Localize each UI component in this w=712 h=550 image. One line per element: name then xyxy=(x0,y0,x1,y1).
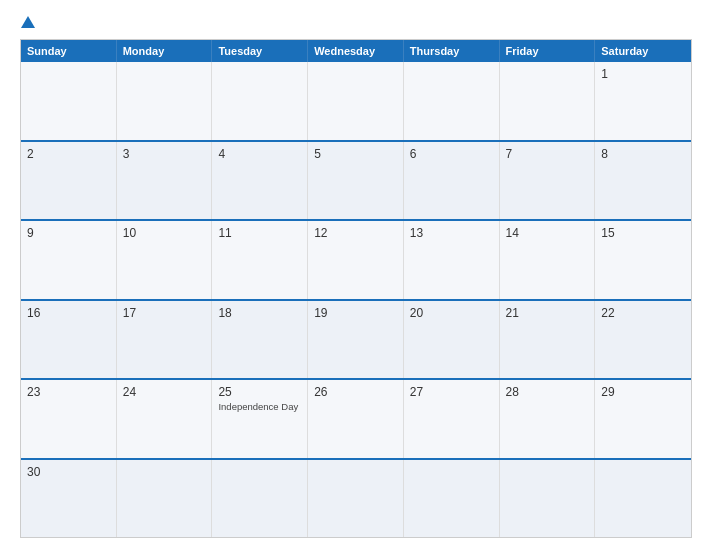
calendar-cell: 21 xyxy=(500,301,596,379)
day-number: 24 xyxy=(123,385,206,399)
day-number: 11 xyxy=(218,226,301,240)
day-header-saturday: Saturday xyxy=(595,40,691,62)
calendar-cell: 10 xyxy=(117,221,213,299)
day-number: 29 xyxy=(601,385,685,399)
calendar-cell: 20 xyxy=(404,301,500,379)
calendar-cell: 24 xyxy=(117,380,213,458)
day-number: 2 xyxy=(27,147,110,161)
calendar-cell: 25Independence Day xyxy=(212,380,308,458)
day-number: 8 xyxy=(601,147,685,161)
logo-triangle-icon xyxy=(21,16,35,28)
calendar-cell: 6 xyxy=(404,142,500,220)
day-number: 7 xyxy=(506,147,589,161)
calendar-row-2: 2345678 xyxy=(21,140,691,220)
calendar-cell xyxy=(117,460,213,538)
calendar-cell: 30 xyxy=(21,460,117,538)
calendar-row-6: 30 xyxy=(21,458,691,538)
day-number: 4 xyxy=(218,147,301,161)
calendar-cell: 1 xyxy=(595,62,691,140)
calendar-cell xyxy=(500,460,596,538)
day-header-sunday: Sunday xyxy=(21,40,117,62)
calendar-cell: 12 xyxy=(308,221,404,299)
day-number: 10 xyxy=(123,226,206,240)
day-number: 18 xyxy=(218,306,301,320)
calendar-header-row: SundayMondayTuesdayWednesdayThursdayFrid… xyxy=(21,40,691,62)
day-number: 1 xyxy=(601,67,685,81)
calendar-cell: 11 xyxy=(212,221,308,299)
calendar-cell: 4 xyxy=(212,142,308,220)
day-header-thursday: Thursday xyxy=(404,40,500,62)
calendar-cell xyxy=(212,62,308,140)
calendar-cell xyxy=(595,460,691,538)
calendar-cell xyxy=(21,62,117,140)
calendar-row-3: 9101112131415 xyxy=(21,219,691,299)
day-header-friday: Friday xyxy=(500,40,596,62)
day-number: 15 xyxy=(601,226,685,240)
calendar-cell xyxy=(117,62,213,140)
day-header-tuesday: Tuesday xyxy=(212,40,308,62)
day-number: 23 xyxy=(27,385,110,399)
day-number: 13 xyxy=(410,226,493,240)
day-number: 17 xyxy=(123,306,206,320)
calendar-cell: 19 xyxy=(308,301,404,379)
calendar-cell xyxy=(404,62,500,140)
day-number: 6 xyxy=(410,147,493,161)
calendar-cell xyxy=(500,62,596,140)
day-number: 12 xyxy=(314,226,397,240)
calendar-cell xyxy=(308,460,404,538)
event-label: Independence Day xyxy=(218,401,301,412)
calendar-cell: 17 xyxy=(117,301,213,379)
day-number: 20 xyxy=(410,306,493,320)
calendar-cell: 7 xyxy=(500,142,596,220)
day-number: 27 xyxy=(410,385,493,399)
day-number: 25 xyxy=(218,385,301,399)
calendar-cell: 8 xyxy=(595,142,691,220)
calendar-cell: 14 xyxy=(500,221,596,299)
calendar-cell: 26 xyxy=(308,380,404,458)
calendar-cell: 22 xyxy=(595,301,691,379)
calendar-cell xyxy=(404,460,500,538)
calendar-row-4: 16171819202122 xyxy=(21,299,691,379)
day-number: 30 xyxy=(27,465,110,479)
day-number: 14 xyxy=(506,226,589,240)
calendar-cell: 28 xyxy=(500,380,596,458)
calendar-cell: 13 xyxy=(404,221,500,299)
day-number: 21 xyxy=(506,306,589,320)
day-header-monday: Monday xyxy=(117,40,213,62)
calendar-body: 1234567891011121314151617181920212223242… xyxy=(21,62,691,537)
calendar-cell: 9 xyxy=(21,221,117,299)
day-number: 9 xyxy=(27,226,110,240)
day-number: 3 xyxy=(123,147,206,161)
day-number: 16 xyxy=(27,306,110,320)
calendar-grid: SundayMondayTuesdayWednesdayThursdayFrid… xyxy=(20,39,692,538)
calendar-row-5: 232425Independence Day26272829 xyxy=(21,378,691,458)
day-number: 28 xyxy=(506,385,589,399)
day-number: 26 xyxy=(314,385,397,399)
calendar-cell xyxy=(308,62,404,140)
calendar-cell xyxy=(212,460,308,538)
calendar-header xyxy=(20,16,692,29)
calendar-cell: 18 xyxy=(212,301,308,379)
calendar-cell: 29 xyxy=(595,380,691,458)
day-number: 19 xyxy=(314,306,397,320)
day-header-wednesday: Wednesday xyxy=(308,40,404,62)
calendar-row-1: 1 xyxy=(21,62,691,140)
day-number: 22 xyxy=(601,306,685,320)
calendar-cell: 2 xyxy=(21,142,117,220)
calendar-cell: 3 xyxy=(117,142,213,220)
logo xyxy=(20,16,37,29)
calendar-cell: 23 xyxy=(21,380,117,458)
calendar-cell: 5 xyxy=(308,142,404,220)
calendar-cell: 27 xyxy=(404,380,500,458)
calendar-cell: 16 xyxy=(21,301,117,379)
day-number: 5 xyxy=(314,147,397,161)
calendar-page: SundayMondayTuesdayWednesdayThursdayFrid… xyxy=(0,0,712,550)
calendar-cell: 15 xyxy=(595,221,691,299)
